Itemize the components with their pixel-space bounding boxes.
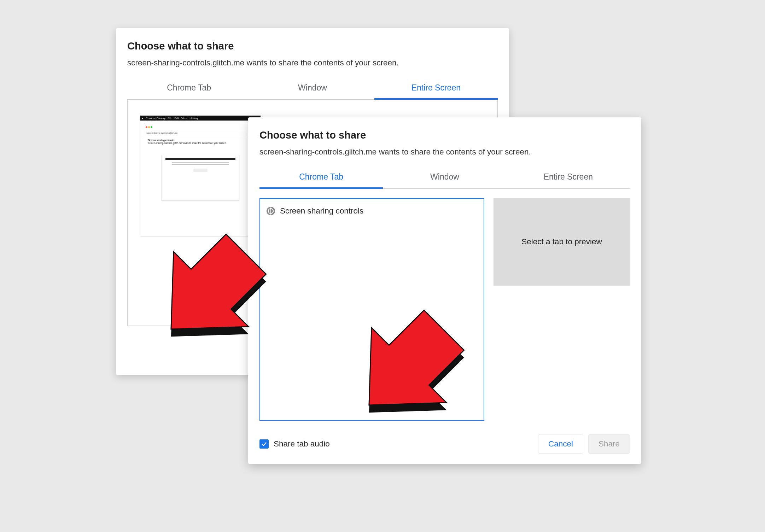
tab-entire-screen[interactable]: Entire Screen — [374, 77, 498, 100]
globe-icon — [267, 207, 275, 215]
tab-window[interactable]: Window — [383, 166, 506, 188]
share-button[interactable]: Share — [588, 434, 630, 454]
tab-list: Screen sharing controls — [259, 198, 484, 421]
tab-list-item[interactable]: Screen sharing controls — [265, 204, 479, 218]
cancel-button[interactable]: Cancel — [538, 434, 583, 454]
screen-thumbnail[interactable]: ●Chrome CanaryFileEditViewHistory screen… — [140, 116, 261, 236]
tab-chrome-tab[interactable]: Chrome Tab — [259, 166, 383, 189]
tab-entire-screen[interactable]: Entire Screen — [507, 166, 630, 188]
dialog-title: Choose what to share — [127, 40, 498, 52]
dialog-subtitle: screen-sharing-controls.glitch.me wants … — [127, 58, 498, 68]
tab-window[interactable]: Window — [251, 77, 374, 99]
checkbox-checked-icon — [259, 439, 269, 449]
share-tab-audio-label: Share tab audio — [274, 439, 330, 449]
share-dialog-chrome-tab: Choose what to share screen-sharing-cont… — [248, 117, 641, 464]
source-tabs: Chrome Tab Window Entire Screen — [127, 77, 498, 100]
dialog-subtitle: screen-sharing-controls.glitch.me wants … — [259, 147, 630, 157]
tab-chrome-tab[interactable]: Chrome Tab — [127, 77, 251, 99]
dialog-footer: Share tab audio Cancel Share — [259, 425, 630, 454]
tab-preview-placeholder: Select a tab to preview — [494, 198, 630, 286]
source-tabs: Chrome Tab Window Entire Screen — [259, 166, 630, 189]
share-tab-audio-checkbox[interactable]: Share tab audio — [259, 439, 330, 449]
dialog-title: Choose what to share — [259, 129, 630, 141]
tab-list-item-label: Screen sharing controls — [280, 206, 363, 216]
